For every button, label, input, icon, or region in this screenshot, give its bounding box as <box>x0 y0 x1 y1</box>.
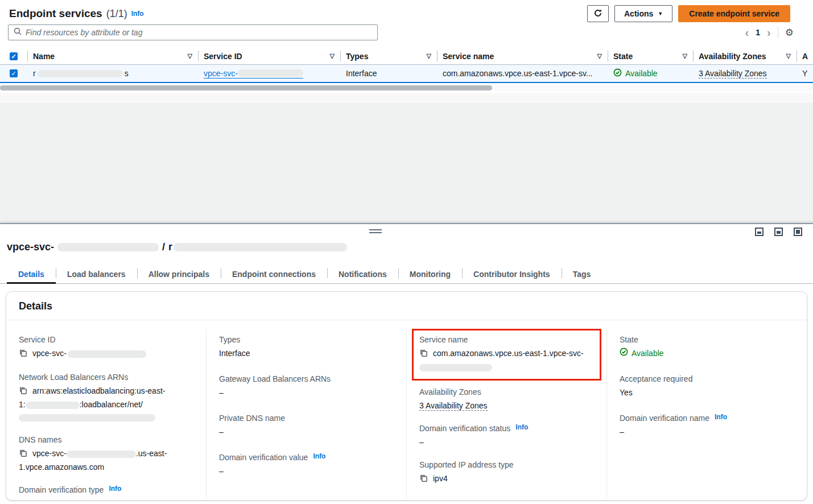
copy-icon[interactable] <box>19 448 27 461</box>
copy-icon[interactable] <box>419 473 428 486</box>
details-card: Details Service ID vpce-svc- Network Loa… <box>6 291 807 501</box>
pagination: ‹ 1 › ⚙ <box>745 27 794 38</box>
refresh-button[interactable] <box>587 5 609 22</box>
row-name-partial: r <box>33 69 36 78</box>
column-header-acceptance: A <box>797 48 813 64</box>
toolbar-divider <box>778 27 778 38</box>
filter-caret-icon[interactable]: ▽ <box>330 52 335 60</box>
endpoint-services-table: ✓ Name ▽ Service ID ▽ Types ▽ <box>0 48 813 83</box>
select-all-checkbox-cell: ✓ <box>0 48 27 64</box>
availability-zones-popover-trigger[interactable]: 3 Availability Zones <box>419 401 488 411</box>
gear-icon[interactable]: ⚙ <box>785 28 794 38</box>
search-icon <box>14 27 22 38</box>
horizontal-scrollbar-thumb[interactable] <box>0 85 492 90</box>
search-input[interactable] <box>26 28 372 37</box>
row-availability-zones-cell: 3 Availability Zones <box>693 65 797 82</box>
redacted-text <box>174 243 347 251</box>
redacted-text <box>67 451 136 458</box>
table-viewport: ✓ Name ▽ Service ID ▽ Types ▽ <box>0 48 813 84</box>
field-value: – <box>219 465 394 477</box>
field-value: – <box>620 425 794 438</box>
tab-details[interactable]: Details <box>7 265 56 283</box>
panel-position-side-icon[interactable] <box>794 228 802 236</box>
filter-caret-icon[interactable]: ▽ <box>427 52 431 60</box>
info-link[interactable]: Info <box>715 411 727 423</box>
title-group: Endpoint services (1/1) Info <box>9 7 144 20</box>
row-checkbox[interactable]: ✓ <box>10 69 18 77</box>
field-label-text: Domain verification status <box>419 423 510 434</box>
redacted-text <box>26 402 80 409</box>
field-acceptance-required: Acceptance required Yes <box>620 373 794 399</box>
split-panel-drag-handle-icon[interactable] <box>369 229 382 233</box>
actions-button-label: Actions <box>624 9 653 18</box>
column-header-service-id: Service ID ▽ <box>198 48 340 64</box>
filter-caret-icon[interactable]: ▽ <box>786 52 791 60</box>
field-value: – <box>419 436 594 448</box>
info-link[interactable]: Info <box>109 483 121 494</box>
tab-contributor-insights[interactable]: Contributor Insights <box>462 265 562 283</box>
tab-notifications[interactable]: Notifications <box>327 265 398 283</box>
endpoint-services-page: Endpoint services (1/1) Info Actions ▼ C… <box>0 0 813 504</box>
field-gwlb-arns: Gateway Load Balancers ARNs – <box>219 373 394 399</box>
redacted-text <box>38 70 123 77</box>
field-value: vpce-svc-.us-east- 1.vpce.amazonaws.com <box>19 447 193 473</box>
resource-counter: (1/1) <box>106 8 127 20</box>
horizontal-scrollbar <box>0 85 813 92</box>
field-label: Acceptance required <box>620 373 794 385</box>
tab-allow-principals[interactable]: Allow principals <box>137 265 221 283</box>
panel-position-bottom-icon[interactable] <box>755 228 764 236</box>
field-label: Availability Zones <box>419 386 594 398</box>
service-id-link[interactable]: vpce-svc- <box>204 69 303 79</box>
panel-position-half-icon[interactable] <box>774 228 783 236</box>
table-header-row: ✓ Name ▽ Service ID ▽ Types ▽ <box>0 48 813 65</box>
select-all-checkbox[interactable]: ✓ <box>10 52 18 60</box>
next-page-icon[interactable]: › <box>767 27 771 38</box>
tab-tags[interactable]: Tags <box>562 265 602 283</box>
row-acceptance-cell: Y <box>797 65 813 82</box>
info-link[interactable]: Info <box>515 422 528 433</box>
field-value: Interface <box>219 347 394 360</box>
availability-zones-popover-trigger[interactable]: 3 Availability Zones <box>699 69 767 79</box>
create-endpoint-service-button[interactable]: Create endpoint service <box>678 5 790 22</box>
field-label: Domain verification status Info <box>419 423 594 434</box>
info-link[interactable]: Info <box>131 10 144 18</box>
actions-button[interactable]: Actions ▼ <box>614 5 672 22</box>
field-supported-ip-type: Supported IP address type ipv4 <box>419 459 594 486</box>
filter-caret-icon[interactable]: ▽ <box>683 52 687 60</box>
copy-icon[interactable] <box>419 348 428 361</box>
page-header: Endpoint services (1/1) Info Actions ▼ C… <box>9 5 790 23</box>
tab-load-balancers[interactable]: Load balancers <box>56 265 137 283</box>
field-value: ipv4 <box>419 472 594 486</box>
column-header-service-name: Service name ▽ <box>437 48 608 64</box>
copy-icon[interactable] <box>19 386 27 398</box>
tab-endpoint-connections[interactable]: Endpoint connections <box>221 265 327 283</box>
field-private-dns-name: Private DNS name – <box>219 412 394 438</box>
panel-title-prefix: vpce-svc- <box>7 241 54 253</box>
previous-page-icon[interactable]: ‹ <box>745 27 749 38</box>
table-toolbar: ‹ 1 › ⚙ <box>8 24 794 41</box>
field-dns-names: DNS names vpce-svc-.us-east- 1.vpce.amaz… <box>19 434 193 473</box>
column-header-types: Types ▽ <box>340 48 437 64</box>
field-value: – <box>219 386 394 399</box>
field-label: Domain verification type Info <box>19 484 193 495</box>
nlb-arn-line2: 1: <box>19 400 26 409</box>
column-label: Service ID <box>204 52 242 61</box>
panel-tabs: Details Load balancers Allow principals … <box>0 265 813 284</box>
panel-title: vpce-svc- / r <box>7 241 347 253</box>
service-id-text: vpce-svc- <box>204 69 238 78</box>
copy-icon[interactable] <box>19 348 27 361</box>
info-link[interactable]: Info <box>313 451 325 462</box>
column-label: Name <box>33 52 55 61</box>
page-number[interactable]: 1 <box>756 28 760 37</box>
tab-monitoring[interactable]: Monitoring <box>398 265 462 283</box>
refresh-icon <box>593 9 602 19</box>
dns-name-partial: vpce-svc- <box>32 449 67 458</box>
filter-caret-icon[interactable]: ▽ <box>597 52 602 60</box>
search-box[interactable] <box>8 24 378 40</box>
column-header-availability-zones: Availability Zones ▽ <box>693 48 797 64</box>
filter-caret-icon[interactable]: ▽ <box>188 52 192 60</box>
table-row[interactable]: ✓ r s vpce-svc- Interface com.ama <box>0 65 813 83</box>
field-domain-verification-status: Domain verification status Info – <box>419 423 594 448</box>
column-header-name: Name ▽ <box>27 48 198 64</box>
field-value: Available <box>620 347 794 360</box>
